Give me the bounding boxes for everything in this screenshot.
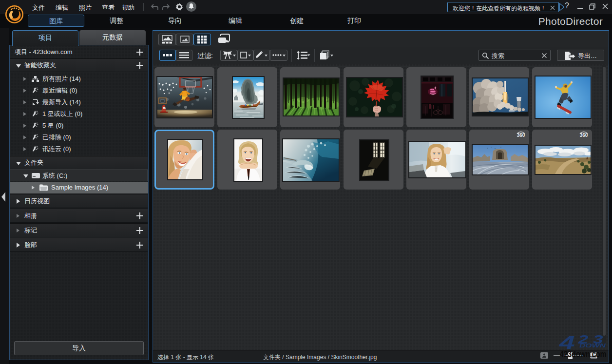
- svg-text:360: 360: [580, 133, 588, 138]
- svg-text:DOWN: DOWN: [579, 343, 606, 349]
- svg-text:360: 360: [517, 133, 525, 138]
- svg-text:423down.com: 423down.com: [560, 349, 606, 359]
